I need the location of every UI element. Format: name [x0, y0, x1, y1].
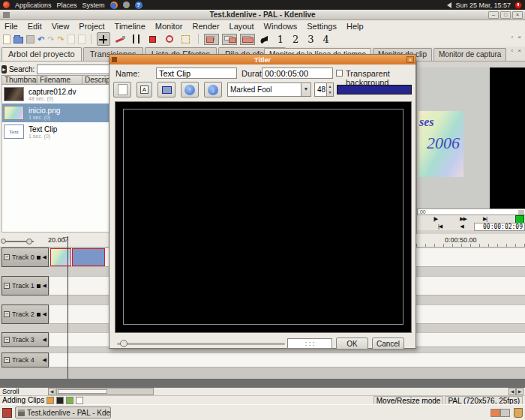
text-color-swatch[interactable]: [337, 85, 412, 94]
volume-icon[interactable]: [447, 2, 452, 8]
fast-forward-button[interactable]: ▶▶: [460, 216, 466, 222]
collapse-track-icon[interactable]: −: [4, 311, 10, 317]
workspace-2[interactable]: [500, 409, 510, 417]
skip-end-button[interactable]: ▶|: [483, 216, 487, 222]
transparent-background-checkbox[interactable]: [336, 70, 343, 76]
add-rect-button[interactable]: [158, 82, 176, 98]
chevron-down-icon[interactable]: ▼: [301, 83, 310, 96]
search-go-icon[interactable]: ►: [2, 65, 7, 74]
timeline-clip-text[interactable]: [72, 248, 105, 266]
view-2-button[interactable]: 2: [292, 34, 298, 45]
duration-input[interactable]: [262, 68, 333, 79]
track-header-0[interactable]: − Track 0 ◀: [2, 248, 49, 267]
ok-button[interactable]: OK: [336, 338, 368, 350]
track-header-2[interactable]: − Track 2 ◀: [2, 304, 49, 324]
collapse-track-icon[interactable]: −: [4, 357, 10, 363]
view-4-button[interactable]: 4: [323, 34, 329, 45]
scroll-left-button[interactable]: ◀: [48, 388, 56, 395]
view-3-button[interactable]: 3: [308, 34, 314, 45]
task-button-kdenlive[interactable]: Test.kdenlive - PAL - Kdenlive: [15, 406, 111, 418]
maximize-button[interactable]: □: [500, 11, 511, 19]
track-header-3[interactable]: − Track 3 ◀: [2, 332, 49, 347]
tab-project-tree[interactable]: Arbol del proyecto: [2, 47, 82, 61]
timeline-playhead[interactable]: [68, 236, 68, 379]
places-menu[interactable]: Places: [57, 2, 77, 9]
close-button[interactable]: ×: [512, 11, 523, 19]
menu-timeline[interactable]: Timeline: [115, 22, 146, 31]
menu-render[interactable]: Render: [192, 22, 219, 31]
firefox-launcher-icon[interactable]: [110, 2, 118, 9]
app-launcher-icon[interactable]: [123, 2, 130, 8]
scroll-right-button[interactable]: ▶: [516, 388, 524, 395]
add-text-button[interactable]: A: [136, 82, 152, 98]
track-video-icon[interactable]: [37, 284, 40, 288]
collapse-track-icon[interactable]: −: [4, 254, 10, 260]
menu-edit[interactable]: Edit: [28, 22, 42, 31]
scrollbar-thumb[interactable]: [58, 389, 107, 394]
dialog-close-button[interactable]: ×: [406, 56, 414, 63]
menu-project[interactable]: Project: [79, 22, 104, 31]
open-project-icon[interactable]: [14, 37, 23, 44]
menu-monitor[interactable]: Monitor: [155, 22, 183, 31]
clip-row-inicio[interactable]: inicio.png 1 sec. (0): [2, 104, 109, 122]
dock-controls-icon[interactable]: ‹ ×: [511, 47, 523, 54]
system-menu[interactable]: System: [82, 2, 105, 9]
dialog-titlebar[interactable]: Titler ×: [110, 55, 416, 64]
record-button[interactable]: [146, 32, 160, 46]
layout-1-button[interactable]: [204, 34, 219, 45]
cancel-button[interactable]: Cancel: [372, 338, 404, 350]
spacer-tool-button[interactable]: [130, 32, 143, 46]
track-video-icon[interactable]: [37, 256, 40, 260]
track-arrow-icon[interactable]: ◀: [43, 337, 46, 343]
frame-slider-handle[interactable]: [120, 340, 128, 347]
frame-slider[interactable]: [117, 343, 285, 345]
track-header-4[interactable]: − Track 4 ◀: [2, 352, 49, 368]
monitor-scrub-bar[interactable]: .00: [417, 208, 525, 215]
track-video-icon[interactable]: [37, 313, 40, 316]
move-tool-button[interactable]: [97, 32, 110, 46]
scrollbar-track[interactable]: [56, 388, 154, 395]
undo-icon[interactable]: ↶: [38, 35, 44, 44]
help-launcher-icon[interactable]: ?: [135, 2, 142, 9]
menu-layout[interactable]: Layout: [230, 22, 254, 31]
column-filename[interactable]: Filename: [38, 76, 82, 84]
track-arrow-icon[interactable]: ◀: [43, 254, 46, 260]
distro-menu-icon[interactable]: [3, 2, 10, 8]
applications-menu[interactable]: Applications: [15, 2, 52, 9]
clock[interactable]: Sun 25 Mar, 15:57: [455, 2, 511, 9]
track-lane-4[interactable]: [50, 352, 525, 368]
skip-start-button[interactable]: |◀: [438, 224, 442, 230]
select-zone-button[interactable]: [179, 32, 193, 46]
horn-button[interactable]: [258, 32, 272, 46]
lower-object-button[interactable]: ↓: [204, 82, 222, 98]
frame-back-button[interactable]: ◀: [460, 224, 463, 230]
menu-windows[interactable]: Windows: [264, 22, 298, 31]
raise-object-button[interactable]: ↑: [181, 82, 199, 98]
column-description[interactable]: Description: [82, 76, 109, 84]
clip-row-textclip[interactable]: Text Text Clip 1 sec. (0): [2, 122, 109, 141]
show-desktop-icon[interactable]: [2, 408, 12, 418]
minimize-button[interactable]: –: [488, 11, 499, 19]
tab-capture-monitor[interactable]: Monitor de captura: [434, 48, 506, 61]
title-canvas[interactable]: [115, 101, 412, 333]
new-project-icon[interactable]: [3, 34, 10, 44]
zoom-slider-handle[interactable]: [26, 238, 32, 244]
menu-help[interactable]: Help: [346, 22, 364, 31]
trash-icon[interactable]: [514, 408, 523, 418]
track-arrow-icon[interactable]: ◀: [43, 283, 46, 289]
name-input[interactable]: [156, 68, 237, 79]
dock-controls-icon[interactable]: ‹ ×: [511, 34, 523, 40]
view-1-button[interactable]: 1: [278, 34, 284, 45]
clip-row-capture012[interactable]: capture012.dv 48 sec. (0): [2, 85, 109, 104]
layout-3-button[interactable]: [240, 34, 255, 45]
stop-button[interactable]: [163, 32, 176, 46]
column-thumbnail[interactable]: Thumbnail: [2, 76, 38, 84]
position-field[interactable]: : : :: [287, 338, 332, 349]
spinner-arrows-icon[interactable]: ▲▼: [326, 83, 333, 96]
menu-file[interactable]: File: [4, 22, 18, 31]
menu-settings[interactable]: Settings: [307, 22, 337, 31]
power-icon[interactable]: [514, 2, 522, 9]
window-titlebar[interactable]: Test.kdenlive - PAL - Kdenlive – □ ×: [0, 10, 525, 20]
font-family-select[interactable]: Marked Fool ▼: [227, 82, 311, 97]
tree-column-headers[interactable]: Thumbnail Filename Description: [2, 75, 110, 85]
